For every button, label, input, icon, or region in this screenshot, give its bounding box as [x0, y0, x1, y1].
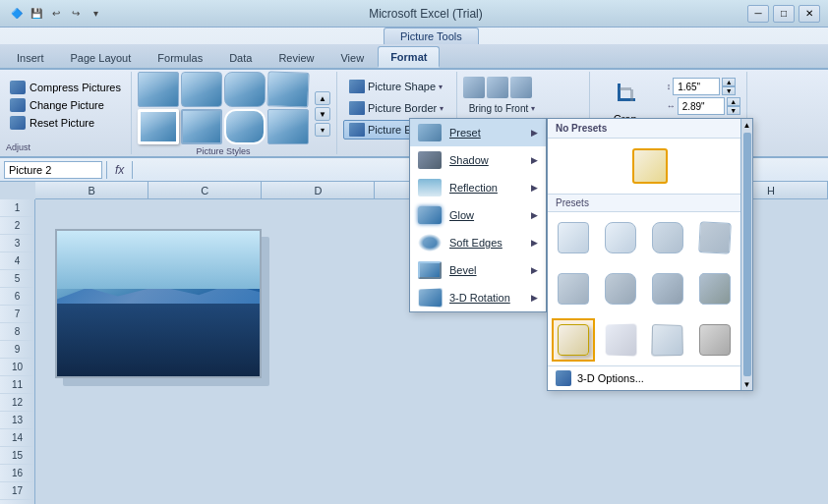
preset-3d-2[interactable] [601, 320, 640, 360]
preset-1[interactable] [554, 218, 593, 257]
picture-container[interactable] [55, 229, 271, 386]
row-6: 6 [0, 288, 34, 306]
svg-rect-2 [630, 89, 633, 101]
styles-scroll-down[interactable]: ▼ [315, 107, 330, 121]
row-7: 7 [0, 306, 34, 323]
style-thumb-2[interactable] [181, 72, 222, 107]
menu-item-shadow[interactable]: Shadow ▶ [410, 146, 546, 174]
3d-options-button[interactable]: 3-D Options... [548, 365, 752, 390]
height-spin-down[interactable]: ▼ [722, 86, 736, 95]
picture-border-arrow: ▾ [440, 104, 444, 113]
bring-to-front-button[interactable]: Bring to Front ▾ [463, 100, 542, 117]
preset-7[interactable] [648, 269, 687, 308]
scroll-thumb[interactable] [743, 133, 751, 376]
width-input[interactable] [678, 97, 725, 115]
menu-item-preset[interactable]: Preset ▶ [410, 119, 546, 146]
menu-item-glow[interactable]: Glow ▶ [410, 201, 546, 229]
change-picture-button[interactable]: Change Picture [6, 97, 108, 113]
glow-arrow: ▶ [531, 210, 538, 220]
menu-item-soft-edges[interactable]: Soft Edges ▶ [410, 229, 546, 256]
style-thumb-8[interactable] [267, 109, 309, 144]
presets-grid-2 [548, 263, 752, 314]
style-thumb-6[interactable] [181, 109, 222, 144]
rotate-icon[interactable] [510, 77, 532, 98]
compress-pictures-button[interactable]: Compress Pictures [6, 80, 125, 95]
group-icon[interactable] [487, 77, 508, 98]
shadow-label: Shadow [449, 154, 489, 166]
dropdown-icon[interactable]: ▾ [87, 5, 104, 23]
preset-3d-gray[interactable] [695, 320, 735, 360]
presets-grid-3d [548, 314, 752, 365]
tab-view[interactable]: View [327, 46, 377, 68]
scroll-up-arrow[interactable]: ▲ [742, 119, 752, 131]
bevel-label: Bevel [449, 264, 477, 276]
presets-scrollbar: ▲ ▼ [740, 119, 752, 390]
svg-rect-3 [620, 87, 631, 90]
maximize-button[interactable]: □ [773, 5, 795, 23]
preset-3d-3[interactable] [648, 320, 687, 360]
formula-divider [106, 161, 107, 179]
3d-rotation-label: 3-D Rotation [449, 292, 510, 304]
preset-3d-selected[interactable] [554, 320, 593, 360]
redo-icon[interactable]: ↪ [67, 5, 85, 23]
preset-8[interactable] [695, 269, 735, 308]
styles-scroll-up[interactable]: ▲ [315, 91, 330, 105]
style-thumb-7[interactable] [224, 109, 266, 144]
preset-shape-2 [605, 222, 636, 253]
tab-formulas[interactable]: Formulas [145, 46, 215, 68]
glow-label: Glow [449, 209, 474, 221]
preset-3d-shape-3 [651, 324, 683, 357]
picture-shape-arrow: ▾ [439, 83, 443, 91]
style-thumb-3[interactable] [224, 72, 266, 107]
row-5: 5 [0, 270, 34, 288]
presets-grid-1 [548, 212, 752, 263]
minimize-button[interactable]: ─ [747, 5, 769, 23]
preset-6[interactable] [601, 269, 640, 308]
scroll-down-arrow[interactable]: ▼ [742, 378, 752, 390]
reset-label: Reset Picture [30, 117, 94, 129]
picture-tools-tab: Picture Tools [0, 28, 828, 44]
width-spin-up[interactable]: ▲ [727, 97, 740, 106]
picture-border-icon [349, 101, 365, 115]
picture-tools-label: Picture Tools [384, 28, 479, 44]
height-spin-up[interactable]: ▲ [722, 78, 736, 86]
save-icon[interactable]: 💾 [28, 5, 45, 23]
picture-image [55, 229, 262, 378]
undo-icon[interactable]: ↩ [47, 5, 65, 23]
width-spin: ▲ ▼ [727, 97, 740, 115]
menu-item-reflection[interactable]: Reflection ▶ [410, 174, 546, 201]
picture-border-button[interactable]: Picture Border ▾ [343, 98, 449, 118]
tab-bar: Insert Page Layout Formulas Data Review … [0, 44, 828, 70]
height-input[interactable] [673, 78, 720, 95]
row-13: 13 [0, 412, 34, 429]
tab-insert[interactable]: Insert [4, 46, 57, 68]
preset-2[interactable] [601, 218, 640, 257]
name-box[interactable] [4, 161, 102, 179]
tab-data[interactable]: Data [216, 46, 265, 68]
height-label: ↕ [667, 82, 672, 91]
style-thumb-4[interactable] [266, 71, 309, 107]
style-thumb-1[interactable] [138, 72, 179, 107]
style-thumb-5[interactable] [138, 109, 179, 144]
menu-item-3d-rotation[interactable]: 3-D Rotation ▶ [410, 284, 546, 311]
preset-4[interactable] [695, 218, 735, 257]
tab-page-layout[interactable]: Page Layout [58, 46, 145, 68]
close-button[interactable]: ✕ [798, 5, 820, 23]
row-16: 16 [0, 465, 34, 482]
picture-effects-icon [349, 123, 365, 137]
styles-scroll-more[interactable]: ▾ [315, 123, 330, 137]
reset-picture-button[interactable]: Reset Picture [6, 115, 98, 131]
no-preset-selected[interactable] [632, 148, 668, 184]
preset-5[interactable] [554, 269, 593, 308]
tab-format[interactable]: Format [378, 46, 440, 68]
row-4: 4 [0, 252, 34, 270]
tab-review[interactable]: Review [266, 46, 326, 68]
menu-item-bevel[interactable]: Bevel ▶ [410, 256, 546, 284]
preset-3[interactable] [648, 218, 687, 257]
col-header-c: C [148, 182, 262, 198]
width-spin-down[interactable]: ▼ [727, 106, 740, 115]
align-icon[interactable] [463, 77, 485, 98]
glow-thumb-icon [418, 206, 442, 224]
picture-shape-button[interactable]: Picture Shape ▾ [343, 77, 448, 96]
col-header-d: D [262, 182, 375, 198]
